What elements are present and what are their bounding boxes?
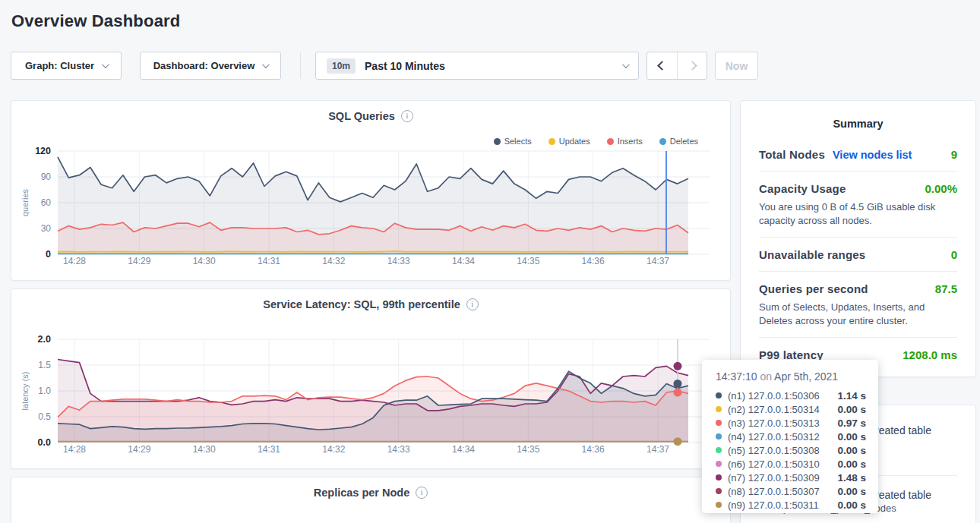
svg-text:14:36: 14:36	[582, 444, 605, 455]
dashboard-dropdown-label: Dashboard: Overview	[153, 60, 255, 71]
info-icon[interactable]: i	[416, 487, 428, 499]
graph-dropdown[interactable]: Graph: Cluster	[11, 52, 122, 80]
time-range-dropdown[interactable]: 10m Past 10 Minutes	[315, 52, 639, 80]
event-item-text[interactable]: created table	[870, 424, 931, 436]
svg-text:14:30: 14:30	[193, 444, 216, 455]
node-address: (n3) 127.0.0.1:50313	[728, 417, 820, 429]
summary-title: Summary	[759, 101, 957, 137]
svg-text:14:29: 14:29	[128, 444, 150, 455]
time-step-back-button[interactable]	[647, 52, 677, 79]
node-color-dot	[716, 420, 722, 426]
node-latency-value: 0.00 s	[837, 499, 866, 511]
tooltip-node-row: (n8) 127.0.0.1:503070.00 s	[716, 484, 866, 498]
view-nodes-list-link[interactable]: View nodes list	[833, 149, 912, 161]
replicas-chart-title: Replicas per Node	[314, 487, 410, 499]
node-color-dot	[716, 433, 722, 440]
node-address: (n4) 127.0.0.1:50312	[728, 431, 820, 443]
svg-text:2.0: 2.0	[38, 334, 51, 345]
tooltip-node-row: (n9) 127.0.0.1:503110.00 s	[716, 498, 866, 512]
node-address: (n7) 127.0.0.1:50309	[728, 472, 820, 484]
node-latency-value: 0.00 s	[837, 445, 866, 456]
svg-text:120: 120	[35, 146, 51, 156]
node-color-dot	[716, 461, 722, 467]
svg-text:60: 60	[41, 197, 52, 208]
time-range-badge: 10m	[327, 58, 356, 74]
svg-text:queries: queries	[21, 188, 30, 216]
tooltip-node-row: (n2) 127.0.0.1:503140.00 s	[716, 402, 866, 416]
svg-text:1.5: 1.5	[38, 360, 51, 370]
time-step-forward-button[interactable]	[677, 52, 707, 79]
node-color-dot	[716, 502, 722, 508]
node-latency-value: 1.14 s	[837, 390, 866, 402]
node-color-dot	[716, 392, 722, 399]
svg-text:14:28: 14:28	[63, 256, 86, 266]
replicas-chart-card: Replicas per Node i	[11, 477, 731, 523]
svg-text:0: 0	[46, 249, 51, 260]
svg-text:14:31: 14:31	[258, 256, 280, 266]
svg-text:14:30: 14:30	[193, 256, 216, 266]
chart-hover-tooltip: 14:37:10 on Apr 5th, 2021 (n1) 127.0.0.1…	[702, 360, 878, 513]
service-latency-chart[interactable]: 14:2814:2914:3014:3114:3214:3314:3414:35…	[11, 289, 732, 470]
tooltip-node-row: (n3) 127.0.0.1:503130.97 s	[716, 416, 866, 430]
node-color-dot	[716, 488, 722, 494]
tooltip-node-row: (n4) 127.0.0.1:503120.00 s	[716, 430, 866, 443]
qps-value: 87.5	[935, 282, 957, 295]
node-color-dot	[716, 447, 722, 453]
svg-text:14:33: 14:33	[387, 256, 410, 266]
capacity-usage-label: Capacity Usage	[759, 182, 846, 195]
svg-text:latency (s): latency (s)	[21, 372, 30, 411]
unavailable-ranges-label: Unavailable ranges	[759, 248, 865, 261]
page-title: Overview Dashboard	[11, 11, 180, 31]
node-address: (n2) 127.0.0.1:50314	[728, 404, 820, 415]
node-color-dot	[716, 474, 722, 480]
node-address: (n5) 127.0.0.1:50308	[728, 445, 820, 456]
total-nodes-value: 9	[951, 148, 957, 161]
svg-text:14:31: 14:31	[258, 444, 280, 455]
summary-row-unavailable-ranges: Unavailable ranges 0	[759, 237, 957, 271]
total-nodes-label: Total Nodes	[759, 148, 825, 161]
node-latency-value: 0.00 s	[837, 486, 866, 497]
time-step-group	[646, 52, 707, 80]
svg-text:14:33: 14:33	[387, 444, 410, 455]
summary-row-capacity: Capacity Usage 0.00% You are using 0 B o…	[759, 171, 957, 237]
summary-row-qps: Queries per second 87.5 Sum of Selects, …	[759, 271, 957, 337]
qps-label: Queries per second	[759, 282, 868, 295]
chevron-down-icon	[622, 61, 630, 68]
svg-text:14:35: 14:35	[517, 444, 539, 455]
svg-text:14:35: 14:35	[517, 256, 539, 266]
node-address: (n1) 127.0.0.1:50306	[728, 390, 820, 402]
node-latency-value: 1.48 s	[837, 472, 866, 484]
now-button[interactable]: Now	[715, 52, 758, 80]
node-color-dot	[716, 406, 722, 412]
node-latency-value: 0.00 s	[837, 458, 866, 470]
svg-text:14:28: 14:28	[63, 444, 86, 455]
tooltip-node-row: (n6) 127.0.0.1:503100.00 s	[716, 457, 866, 471]
toolbar-divider	[300, 52, 301, 79]
node-address: (n6) 127.0.0.1:50310	[728, 458, 820, 470]
svg-text:14:34: 14:34	[452, 444, 475, 455]
svg-text:1.0: 1.0	[38, 386, 51, 396]
qps-description: Sum of Selects, Updates, Inserts, and De…	[759, 295, 957, 327]
chevron-down-icon	[262, 61, 270, 68]
dashboard-dropdown[interactable]: Dashboard: Overview	[140, 52, 281, 80]
service-latency-chart-card: Service Latency: SQL, 99th percentile i …	[11, 288, 731, 469]
svg-text:14:32: 14:32	[322, 256, 345, 266]
summary-row-total-nodes: Total Nodes View nodes list 9	[759, 137, 957, 171]
toolbar: Graph: Cluster Dashboard: Overview 10m P…	[0, 52, 980, 80]
tooltip-node-row: (n1) 127.0.0.1:503061.14 s	[716, 389, 866, 402]
summary-panel: Summary Total Nodes View nodes list 9 Ca…	[740, 100, 976, 377]
chevron-right-icon	[688, 61, 697, 71]
capacity-usage-description: You are using 0 B of 4.5 GiB usable disk…	[759, 195, 957, 227]
sql-queries-chart[interactable]: 14:2814:2914:3014:3114:3214:3314:3414:35…	[11, 101, 732, 282]
node-latency-value: 0.00 s	[837, 431, 866, 443]
tooltip-node-row: (n7) 127.0.0.1:503091.48 s	[716, 471, 866, 484]
node-latency-value: 0.00 s	[837, 404, 866, 415]
node-address: (n8) 127.0.0.1:50307	[728, 486, 820, 497]
p99-latency-value: 1208.0 ms	[903, 348, 957, 361]
event-item-text[interactable]: created table	[870, 489, 931, 501]
chevron-left-icon	[657, 61, 667, 71]
svg-text:14:29: 14:29	[128, 256, 150, 266]
svg-text:14:37: 14:37	[646, 444, 669, 455]
node-address: (n9) 127.0.0.1:50311	[728, 499, 819, 511]
svg-text:0.0: 0.0	[38, 437, 51, 448]
